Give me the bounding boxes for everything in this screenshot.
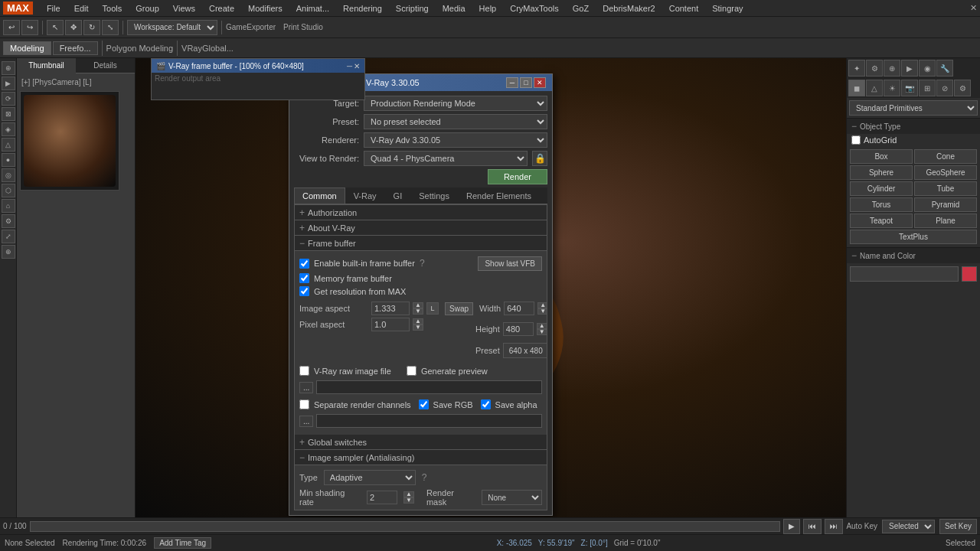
save-rgb-checkbox[interactable] xyxy=(419,399,429,409)
menu-edit[interactable]: Edit xyxy=(68,2,95,15)
rp-icon-create[interactable]: ✦ xyxy=(848,60,865,77)
swap-button[interactable]: Swap xyxy=(445,302,473,315)
aspect-lock[interactable]: L xyxy=(426,302,439,315)
aspect-spin-down[interactable]: ▼ xyxy=(413,308,423,315)
width-input[interactable] xyxy=(504,302,534,315)
menu-stingray[interactable]: Stingray xyxy=(706,2,749,15)
thumbnail-tab[interactable]: Thumbnail xyxy=(17,58,76,73)
view-select[interactable]: Quad 4 - PhysCamera xyxy=(364,151,528,166)
sidebar-icon-7[interactable]: ● xyxy=(2,153,15,167)
none-button[interactable]: <None > xyxy=(502,510,542,510)
shade-spin-down[interactable]: ▼ xyxy=(403,497,414,504)
px-spin-down[interactable]: ▼ xyxy=(413,324,423,331)
resolution-preset-select[interactable]: 640 x 480 xyxy=(503,343,547,358)
pyramid-button[interactable]: Pyramid xyxy=(914,197,977,212)
plane-button[interactable]: Plane xyxy=(914,214,977,228)
modeling-tab[interactable]: Modeling xyxy=(3,41,51,55)
move-button[interactable]: ✥ xyxy=(65,20,82,35)
sidebar-icon-4[interactable]: ⊠ xyxy=(2,107,15,121)
freeform-tab[interactable]: Freefo... xyxy=(53,41,98,55)
sidebar-icon-12[interactable]: ⤢ xyxy=(2,230,15,243)
rp-icon-modify[interactable]: ⚙ xyxy=(866,60,883,77)
vfb-minimize[interactable]: ─ xyxy=(347,62,352,70)
autogrid-checkbox[interactable] xyxy=(851,135,861,145)
rp-icon-space[interactable]: ⊘ xyxy=(936,80,953,96)
dialog-restore[interactable]: □ xyxy=(520,77,532,88)
scale-button[interactable]: ⤡ xyxy=(102,20,119,35)
rp-icon-utilities[interactable]: 🔧 xyxy=(936,60,953,77)
sidebar-icon-5[interactable]: ◈ xyxy=(2,122,15,136)
menu-rendering[interactable]: Rendering xyxy=(337,2,388,15)
tab-render-elements[interactable]: Render Elements xyxy=(458,187,540,204)
h-spin-down[interactable]: ▼ xyxy=(537,329,547,335)
teapot-button[interactable]: Teapot xyxy=(850,214,913,228)
tab-common[interactable]: Common xyxy=(294,187,345,204)
menu-goz[interactable]: GoZ xyxy=(567,2,595,15)
rp-icon-cameras[interactable]: 📷 xyxy=(901,80,918,96)
set-key-button[interactable]: Set Key xyxy=(939,519,977,534)
image-aspect-input[interactable] xyxy=(371,302,410,315)
renderer-select[interactable]: V-Ray Adv 3.30.05 xyxy=(364,132,547,148)
vray-file-path[interactable] xyxy=(316,380,542,394)
fb-help-btn[interactable]: ? xyxy=(420,258,425,269)
menu-file[interactable]: File xyxy=(41,2,67,15)
sphere-button[interactable]: Sphere xyxy=(850,165,913,180)
vray-file-browse[interactable]: ... xyxy=(299,382,313,393)
play-button[interactable]: ▶ xyxy=(783,519,800,534)
menu-tools[interactable]: Tools xyxy=(96,2,129,15)
min-shading-input[interactable] xyxy=(367,491,397,504)
tube-button[interactable]: Tube xyxy=(914,181,977,196)
section-about-vray[interactable]: + About V-Ray xyxy=(295,220,547,236)
sidebar-icon-10[interactable]: ⌂ xyxy=(2,199,15,213)
sep-channels-checkbox[interactable] xyxy=(299,399,309,409)
auto-key-select[interactable]: Selected xyxy=(882,520,935,533)
rp-icon-lights[interactable]: ☀ xyxy=(884,80,900,96)
workspace-select[interactable]: Workspace: Default xyxy=(127,20,217,35)
vfb-window[interactable]: 🎬 V-Ray frame buffer - [100% of 640×480]… xyxy=(151,58,365,100)
sidebar-icon-9[interactable]: ⬡ xyxy=(2,184,15,197)
menu-create[interactable]: Create xyxy=(203,2,240,15)
rp-icon-motion[interactable]: ▶ xyxy=(901,60,918,77)
show-vfb-button[interactable]: Show last VFB xyxy=(478,256,542,271)
vfb-close[interactable]: ✕ xyxy=(354,62,360,70)
target-select[interactable]: Production Rendering Mode xyxy=(364,96,547,111)
close-button[interactable]: ✕ xyxy=(970,3,977,13)
textplus-button[interactable]: TextPlus xyxy=(850,230,977,244)
sidebar-icon-3[interactable]: ⟳ xyxy=(2,92,15,106)
rp-icon-sys[interactable]: ⚙ xyxy=(954,80,971,96)
sidebar-icon-1[interactable]: ⊕ xyxy=(2,61,15,75)
rp-icon-shapes[interactable]: △ xyxy=(866,80,883,96)
rp-icon-display[interactable]: ◉ xyxy=(919,60,936,77)
geosphere-button[interactable]: GeoSphere xyxy=(914,165,977,180)
box-button[interactable]: Box xyxy=(850,149,913,164)
memory-fb-checkbox[interactable] xyxy=(299,273,309,283)
pixel-aspect-input[interactable] xyxy=(371,318,410,331)
standard-primitives-dropdown[interactable]: Standard Primitives xyxy=(849,100,978,116)
sidebar-icon-8[interactable]: ◎ xyxy=(2,168,15,182)
menu-animat[interactable]: Animat... xyxy=(290,2,335,15)
sidebar-icon-2[interactable]: ▶ xyxy=(2,77,15,90)
next-frame-button[interactable]: ⏭ xyxy=(825,519,843,534)
gen-preview-checkbox[interactable] xyxy=(407,366,416,376)
sidebar-icon-13[interactable]: ⊕ xyxy=(2,245,15,259)
menu-modifiers[interactable]: Modifiers xyxy=(242,2,289,15)
section-frame-buffer[interactable]: − Frame buffer xyxy=(295,236,547,251)
sidebar-icon-6[interactable]: △ xyxy=(2,138,15,152)
details-tab[interactable]: Details xyxy=(76,58,135,73)
menu-help[interactable]: Help xyxy=(473,2,503,15)
save-alpha-checkbox[interactable] xyxy=(481,399,491,409)
dialog-close[interactable]: ✕ xyxy=(534,77,546,88)
menu-crymax[interactable]: CryMaxTools xyxy=(504,2,565,15)
undo-button[interactable]: ↩ xyxy=(3,20,20,35)
height-input[interactable] xyxy=(503,322,534,336)
view-lock-btn[interactable]: 🔒 xyxy=(532,151,547,166)
get-res-checkbox[interactable] xyxy=(299,286,309,296)
rotate-button[interactable]: ↻ xyxy=(83,20,100,35)
vray-raw-checkbox[interactable] xyxy=(299,366,309,376)
torus-button[interactable]: Torus xyxy=(850,197,913,212)
w-spin-down[interactable]: ▼ xyxy=(537,308,547,315)
menu-scripting[interactable]: Scripting xyxy=(390,2,435,15)
preset-select-main[interactable]: No preset selected xyxy=(364,114,547,129)
tab-gi[interactable]: GI xyxy=(385,187,411,204)
color-swatch[interactable] xyxy=(962,266,977,282)
